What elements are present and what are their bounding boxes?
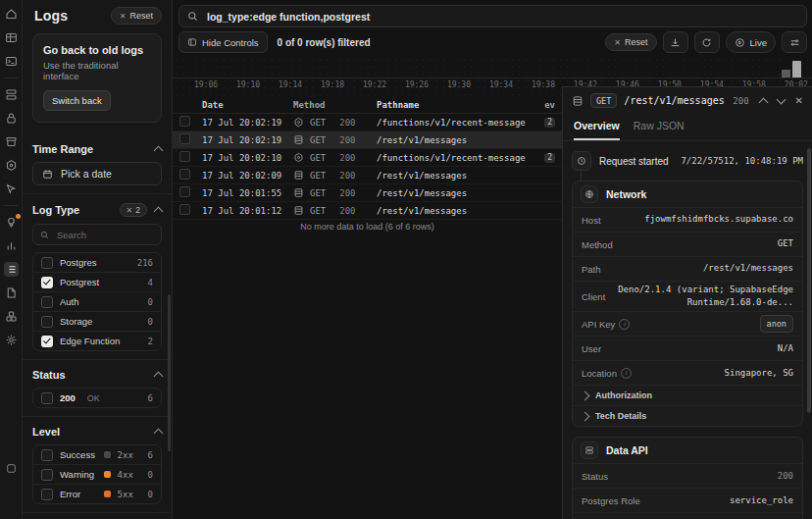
- collapse-sidebar-icon[interactable]: [4, 461, 19, 476]
- checkbox[interactable]: [41, 469, 53, 481]
- checkbox-checked[interactable]: [41, 277, 53, 288]
- switch-back-button[interactable]: Switch back: [43, 90, 111, 111]
- row-checkbox[interactable]: [179, 204, 190, 215]
- row-method: GET: [310, 135, 326, 145]
- filter-item-edge-function[interactable]: Edge Function 2: [33, 331, 161, 350]
- home-icon[interactable]: [4, 7, 19, 22]
- info-icon[interactable]: i: [621, 368, 632, 379]
- row-pathname: /functions/v1/recent-message: [377, 118, 541, 128]
- info-icon[interactable]: i: [619, 319, 630, 330]
- tab-raw-json[interactable]: Raw JSON: [634, 120, 685, 140]
- detail-scrollbar[interactable]: [807, 148, 811, 413]
- collapsible-label: Authorization: [595, 390, 652, 400]
- row-pathname: /rest/v1/messages: [377, 135, 541, 145]
- chevron-up-icon[interactable]: [154, 429, 164, 439]
- row-checkbox[interactable]: [179, 169, 190, 180]
- api-key-badge: anon: [760, 315, 793, 332]
- filter-item-postgrest[interactable]: Postgrest 4: [33, 272, 161, 291]
- download-button[interactable]: [663, 31, 688, 53]
- pick-date-button[interactable]: Pick a date: [32, 162, 162, 185]
- row-checkbox[interactable]: [179, 186, 190, 197]
- reset-filters-button[interactable]: ✕ Reset: [111, 7, 162, 25]
- header-date: Date: [202, 100, 293, 110]
- settings-icon[interactable]: [4, 333, 19, 347]
- row-pathname: /rest/v1/messages: [377, 206, 541, 216]
- data-api-title: Data API: [606, 444, 648, 456]
- query-search-input[interactable]: [205, 10, 798, 24]
- table-editor-icon[interactable]: [4, 30, 19, 45]
- authentication-icon[interactable]: [4, 111, 19, 126]
- filter-label: Success: [60, 449, 97, 460]
- row-checkbox[interactable]: [179, 116, 190, 127]
- filter-label: Warning: [60, 469, 97, 480]
- storage-icon[interactable]: [4, 134, 19, 149]
- filter-item-auth[interactable]: Auth 0: [33, 291, 161, 311]
- realtime-icon[interactable]: [4, 182, 19, 196]
- status-section: Status 200 OK 6: [23, 359, 172, 410]
- data-api-card: Data API Status 200 Postgres Role servic…: [572, 437, 803, 519]
- live-button[interactable]: Live: [726, 31, 776, 53]
- checkbox[interactable]: [41, 392, 53, 404]
- level-code: 4xx: [118, 470, 141, 480]
- tab-overview[interactable]: Overview: [574, 120, 620, 140]
- log-type-clear-badge[interactable]: ✕ 2: [120, 203, 147, 217]
- table-row[interactable]: 17 Jul 20:01:55 GET 200 /rest/v1/message…: [173, 184, 562, 202]
- value: fjowmfshidmfbcks.supabase.co: [609, 213, 793, 226]
- hide-controls-button[interactable]: Hide Controls: [178, 31, 268, 53]
- log-type-search-input[interactable]: [55, 229, 154, 241]
- edge-functions-icon[interactable]: [4, 158, 19, 173]
- table-row[interactable]: 17 Jul 20:02:09 GET 200 /rest/v1/message…: [173, 167, 562, 184]
- value: /rest/v1/messages: [609, 262, 793, 275]
- advisors-notification-dot: [16, 214, 21, 219]
- filter-item-error[interactable]: Error 5xx 0: [33, 484, 161, 503]
- detail-method-badge: GET: [590, 93, 617, 108]
- table-row[interactable]: 17 Jul 20:02:10 GET 200 /functions/v1/re…: [173, 149, 562, 167]
- detail-header: GET /rest/v1/messages 200 ✕: [563, 87, 812, 114]
- checkbox[interactable]: [41, 449, 53, 461]
- authorization-collapsible[interactable]: Authorization: [573, 386, 802, 406]
- chevron-up-icon[interactable]: [154, 146, 164, 156]
- checkbox[interactable]: [41, 257, 53, 269]
- log-type-search[interactable]: [32, 224, 162, 245]
- refresh-button[interactable]: [694, 31, 720, 53]
- reports-icon[interactable]: [4, 238, 19, 253]
- checkbox[interactable]: [41, 489, 53, 500]
- table-row[interactable]: 17 Jul 20:02:19 GET 200 /functions/v1/re…: [173, 114, 562, 131]
- filter-item-status-200[interactable]: 200 OK 6: [33, 389, 161, 407]
- key-label: Host: [582, 215, 601, 226]
- reset-query-button[interactable]: ✕ Reset: [605, 33, 656, 51]
- filter-item-warning[interactable]: Warning 4xx 0: [33, 464, 161, 484]
- supabase-logs-app: Logs ✕ Reset Go back to old logs Use the…: [0, 0, 812, 519]
- integrations-icon[interactable]: [4, 309, 19, 324]
- checkbox-checked[interactable]: [41, 336, 53, 347]
- tech-details-collapsible[interactable]: Tech Details: [573, 406, 802, 426]
- filter-item-postgres[interactable]: Postgres 216: [33, 253, 161, 272]
- row-checkbox[interactable]: [179, 133, 190, 144]
- sidebar-scrollbar[interactable]: [168, 294, 171, 451]
- advisors-icon[interactable]: [4, 215, 19, 230]
- sql-editor-icon[interactable]: [4, 54, 19, 69]
- api-docs-icon[interactable]: [4, 285, 19, 300]
- filter-item-success[interactable]: Success 2xx 6: [33, 445, 161, 464]
- checkbox[interactable]: [41, 316, 53, 328]
- logs-icon[interactable]: [4, 262, 19, 277]
- checkbox[interactable]: [41, 296, 53, 308]
- database-icon[interactable]: [4, 87, 19, 102]
- filter-item-storage[interactable]: Storage 0: [33, 311, 161, 331]
- old-logs-title: Go back to old logs: [43, 44, 151, 56]
- chevron-up-icon[interactable]: [154, 372, 164, 382]
- column-settings-button[interactable]: [782, 31, 807, 53]
- chevron-up-icon[interactable]: [154, 207, 164, 217]
- key-label: Status: [582, 471, 608, 482]
- kv-status: Status 200: [573, 464, 802, 489]
- previous-log-icon[interactable]: [758, 97, 768, 107]
- close-icon[interactable]: ✕: [795, 95, 803, 106]
- table-row-selected[interactable]: 17 Jul 20:02:19 GET 200 /rest/v1/message…: [173, 131, 562, 149]
- header-method: Method: [293, 100, 377, 110]
- query-search-bar[interactable]: [178, 5, 807, 27]
- rail-divider: [4, 205, 18, 206]
- next-log-icon[interactable]: [776, 94, 786, 104]
- detail-status: 200: [733, 96, 748, 106]
- row-checkbox[interactable]: [179, 151, 190, 162]
- filter-count: 2: [148, 337, 153, 346]
